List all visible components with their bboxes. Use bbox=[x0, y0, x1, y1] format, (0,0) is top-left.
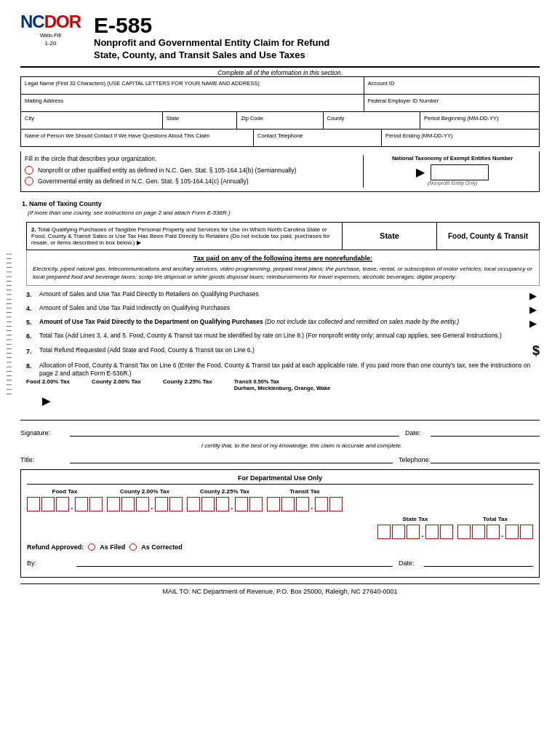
by-date-row: By: Date: bbox=[27, 557, 533, 567]
dept-box[interactable] bbox=[281, 497, 295, 511]
contact-name-label: Name of Person We Should Contact If We H… bbox=[25, 132, 249, 139]
line8-county-225: County 2.25% Tax bbox=[163, 378, 212, 385]
dept-box[interactable] bbox=[267, 497, 280, 511]
dept-box[interactable] bbox=[472, 525, 485, 539]
line2-fct-box: Food, County & Transit bbox=[437, 223, 539, 250]
by-line[interactable] bbox=[76, 557, 393, 567]
dept-box[interactable] bbox=[377, 525, 391, 539]
line3-arrow: ▶ bbox=[529, 290, 537, 301]
dept-dot: . bbox=[71, 497, 73, 511]
radio-governmental[interactable] bbox=[25, 177, 33, 186]
line2-state-label: State bbox=[380, 231, 399, 240]
complete-section-label: Complete all of the information in this … bbox=[20, 67, 540, 76]
dept-box[interactable] bbox=[136, 497, 149, 511]
federal-employer-label: Federal Employer ID Number bbox=[368, 97, 535, 104]
line8-taxes: Food 2.00% Tax County 2.00% Tax County 2… bbox=[26, 378, 540, 393]
line8-num: 8. bbox=[26, 362, 39, 370]
dept-box[interactable] bbox=[169, 497, 183, 511]
dept-box[interactable] bbox=[457, 525, 471, 539]
account-id-cell: Account ID bbox=[364, 77, 539, 94]
dept-box[interactable] bbox=[407, 525, 420, 539]
ntee-sub: (Nonprofit Entity Only) bbox=[369, 180, 535, 186]
dept-box[interactable] bbox=[155, 497, 168, 511]
dept-title: For Departmental Use Only bbox=[27, 474, 533, 485]
info-row-2: Mailing Address Federal Employer ID Numb… bbox=[21, 95, 539, 112]
city-label: City bbox=[25, 115, 159, 121]
zip-cell: Zip Code bbox=[237, 112, 323, 129]
radio-as-filed[interactable] bbox=[88, 543, 95, 551]
line8-desc: Allocation of Food, County & Transit Tax… bbox=[39, 362, 540, 378]
dept-box[interactable] bbox=[425, 525, 439, 539]
dept-box[interactable] bbox=[107, 497, 120, 511]
line3-row: 3. Amount of Sales and Use Tax Paid Dire… bbox=[26, 290, 540, 301]
dept-box[interactable] bbox=[27, 497, 40, 511]
logo-webfill: Web-Fill bbox=[40, 32, 61, 39]
dept-box[interactable] bbox=[201, 497, 215, 511]
dept-box[interactable] bbox=[89, 497, 103, 511]
dept-box[interactable] bbox=[520, 525, 533, 539]
form-title-line1: Nonprofit and Governmental Entity Claim … bbox=[94, 37, 540, 49]
federal-employer-cell: Federal Employer ID Number bbox=[364, 95, 539, 111]
line5-desc: Amount of Use Tax Paid Directly to the D… bbox=[39, 318, 529, 326]
line8-transit: Transit 0.50% Tax Durham, Mecklenburg, O… bbox=[234, 378, 331, 393]
sig-date-label: Date: bbox=[405, 429, 431, 437]
line8-food-tax: Food 2.00% Tax bbox=[26, 378, 70, 385]
logo-dor: DOR bbox=[44, 12, 81, 31]
line7-dollar: $ bbox=[532, 343, 540, 359]
dept-dot: . bbox=[311, 497, 313, 511]
sig-date-line[interactable] bbox=[431, 426, 540, 437]
line7-desc: Total Refund Requested (Add State and Fo… bbox=[39, 346, 532, 354]
line6-row: 6. Total Tax (Add Lines 3, 4, and 5. Foo… bbox=[26, 332, 540, 340]
sig-line[interactable] bbox=[70, 426, 399, 437]
legal-name-cell: Legal Name (First 32 Characters) (USE CA… bbox=[21, 77, 364, 94]
barcode-area: ||||||||||||||||||||||||||||||||||||| 2-… bbox=[6, 251, 19, 397]
dept-box[interactable] bbox=[121, 497, 135, 511]
title-label: Title: bbox=[20, 456, 64, 463]
dept-date-line[interactable] bbox=[424, 557, 533, 567]
dept-box[interactable] bbox=[315, 497, 328, 511]
header: NCDOR Web-Fill 1-20 E-585 Nonprofit and … bbox=[20, 13, 540, 62]
dept-county225-boxes: . bbox=[187, 497, 263, 511]
radio-as-corrected[interactable] bbox=[129, 543, 137, 551]
dept-box[interactable] bbox=[216, 497, 229, 511]
dept-box[interactable] bbox=[249, 497, 263, 511]
dept-box[interactable] bbox=[187, 497, 200, 511]
dept-box[interactable] bbox=[392, 525, 405, 539]
radio-row-governmental[interactable]: Governmental entity as defined in N.C. G… bbox=[25, 177, 356, 186]
governmental-label: Governmental entity as defined in N.C. G… bbox=[38, 178, 249, 185]
telephone-line[interactable] bbox=[431, 453, 540, 463]
line8-arrow-row: ▶ bbox=[26, 395, 540, 407]
zip-label: Zip Code bbox=[241, 115, 319, 121]
dept-box[interactable] bbox=[41, 497, 55, 511]
org-fill-label: Fill in the circle that describes your o… bbox=[25, 155, 356, 162]
dept-box[interactable] bbox=[296, 497, 309, 511]
dept-box[interactable] bbox=[235, 497, 248, 511]
line7-num: 7. bbox=[26, 347, 39, 355]
dept-dot: . bbox=[501, 525, 504, 539]
refund-approved-label: Refund Approved: bbox=[27, 543, 84, 551]
dept-box[interactable] bbox=[487, 525, 500, 539]
barcode-text: ||||||||||||||||||||||||||||||||||||| bbox=[6, 251, 12, 397]
line4-desc: Amount of Sales and Use Tax Paid Indirec… bbox=[39, 304, 529, 312]
line2-fct-label: Food, County & Transit bbox=[448, 232, 528, 240]
radio-row-nonprofit[interactable]: Nonprofit or other qualified entity as d… bbox=[25, 166, 356, 175]
line4-row: 4. Amount of Sales and Use Tax Paid Indi… bbox=[26, 304, 540, 315]
line6-desc: Total Tax (Add Lines 3, 4, and 5. Food, … bbox=[39, 332, 540, 340]
dept-box[interactable] bbox=[56, 497, 69, 511]
dept-box[interactable] bbox=[329, 497, 343, 511]
dept-box[interactable] bbox=[505, 525, 519, 539]
dept-box[interactable] bbox=[440, 525, 453, 539]
mail-to-text: MAIL TO: NC Department of Revenue, P.O. … bbox=[163, 588, 398, 595]
line2-text: Total Qualifying Purchases of Tangible P… bbox=[31, 226, 330, 246]
by-label: By: bbox=[27, 559, 71, 567]
logo-nc: NC bbox=[20, 12, 44, 31]
dept-transit-boxes: . bbox=[267, 497, 343, 511]
dept-county200-boxes: . bbox=[107, 497, 183, 511]
ntee-input-box[interactable] bbox=[431, 164, 489, 180]
dept-total-col: Total Tax . bbox=[457, 516, 533, 539]
line6-num: 6. bbox=[26, 332, 39, 340]
radio-nonprofit[interactable] bbox=[25, 166, 33, 175]
state-cell: State bbox=[163, 112, 238, 129]
title-line[interactable] bbox=[70, 453, 393, 463]
dept-box[interactable] bbox=[75, 497, 88, 511]
